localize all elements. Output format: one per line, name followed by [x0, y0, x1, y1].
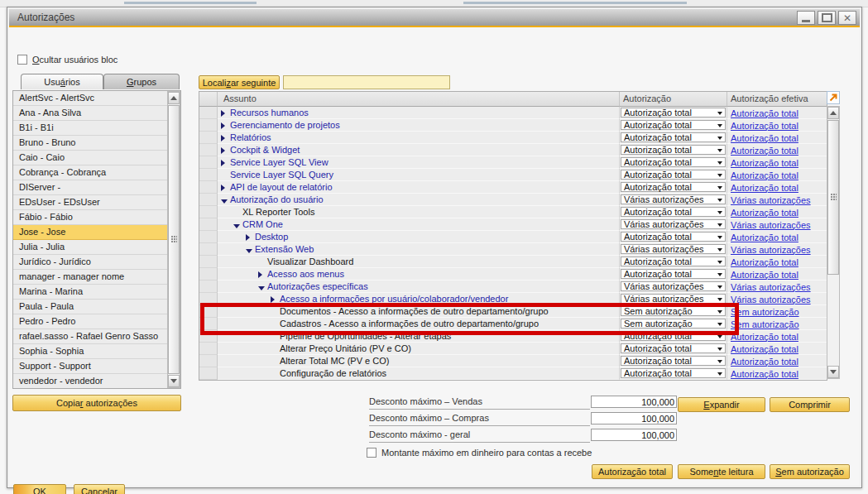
- effective-authorization-link[interactable]: Sem autorização: [731, 319, 799, 329]
- effective-authorization-link[interactable]: Autorização total: [731, 357, 798, 367]
- row-selector[interactable]: [199, 132, 218, 144]
- subject-label[interactable]: XL Reporter Tools: [242, 206, 314, 218]
- effective-authorization-link[interactable]: Autorização total: [731, 270, 798, 280]
- subject-label[interactable]: Configuração de relatórios: [280, 367, 386, 379]
- row-selector[interactable]: [199, 194, 218, 206]
- discount-input[interactable]: [591, 429, 677, 441]
- tree-toggle[interactable]: [271, 305, 280, 318]
- subject-label[interactable]: Acesso a informações por usuário/colabor…: [280, 293, 508, 305]
- effective-authorization-link[interactable]: Autorização total: [731, 369, 798, 379]
- subject-label[interactable]: Extensão Web: [255, 243, 314, 255]
- subject-label[interactable]: Recursos humanos: [230, 107, 309, 118]
- row-selector[interactable]: [199, 318, 218, 330]
- subject-cell[interactable]: Extensão Web: [218, 243, 620, 256]
- cancel-button[interactable]: Cancelar: [74, 484, 125, 494]
- subject-cell[interactable]: Visualizar Dashboard: [218, 256, 620, 268]
- minimize-button[interactable]: [797, 11, 815, 25]
- subject-label[interactable]: Gerenciamento de projetos: [230, 119, 340, 131]
- row-selector[interactable]: [199, 181, 218, 194]
- list-item-user[interactable]: manager - manager nome: [13, 270, 168, 285]
- effective-authorization-link[interactable]: Autorização total: [731, 158, 798, 168]
- subject-cell[interactable]: Service Layer SQL View: [218, 156, 620, 169]
- subject-label[interactable]: Autorizações específicas: [267, 281, 368, 292]
- authorization-dropdown[interactable]: Várias autorizações: [621, 219, 726, 229]
- hide-blocked-users-checkbox[interactable]: [17, 55, 27, 65]
- authorization-dropdown[interactable]: Autorização total: [621, 331, 726, 341]
- row-selector[interactable]: [199, 367, 218, 380]
- copy-authorizations-button[interactable]: Copiar autorizações: [12, 395, 181, 411]
- effective-authorization-link[interactable]: Autorização total: [731, 121, 798, 131]
- subject-label[interactable]: Autorização do usuário: [230, 194, 324, 205]
- user-list-scrollbar[interactable]: [167, 91, 180, 388]
- authorization-dropdown[interactable]: Autorização total: [621, 182, 726, 192]
- subject-cell[interactable]: Desktop: [218, 231, 620, 243]
- authorization-dropdown[interactable]: Várias autorizações: [621, 194, 726, 204]
- subject-label[interactable]: Pipeline de Oportunidades - Alterar etap…: [280, 330, 451, 342]
- effective-authorization-link[interactable]: Autorização total: [731, 108, 798, 118]
- subject-label[interactable]: Acesso aos menus: [267, 268, 344, 280]
- scroll-up-button[interactable]: [827, 107, 839, 119]
- subject-label[interactable]: Service Layer SQL Query: [230, 169, 333, 180]
- authorization-dropdown[interactable]: Autorização total: [621, 108, 726, 118]
- window-titlebar[interactable]: Autorizações ✕: [9, 9, 860, 26]
- maximize-grid-button[interactable]: [827, 91, 840, 104]
- tree-toggle[interactable]: [271, 318, 280, 330]
- authorization-dropdown[interactable]: Autorização total: [621, 157, 726, 167]
- effective-authorization-link[interactable]: Várias autorizações: [731, 195, 811, 205]
- tree-toggle[interactable]: [221, 132, 230, 144]
- subject-cell[interactable]: Autorização do usuário: [218, 194, 620, 206]
- effective-authorization-link[interactable]: Autorização total: [731, 344, 798, 354]
- authorization-dropdown[interactable]: Autorização total: [621, 269, 726, 279]
- authorization-dropdown[interactable]: Sem autorização: [621, 306, 726, 316]
- search-input[interactable]: [283, 75, 450, 89]
- list-item-user[interactable]: Jose - Jose: [13, 225, 168, 240]
- authorization-dropdown[interactable]: Autorização total: [621, 257, 726, 266]
- effective-authorization-link[interactable]: Autorização total: [731, 170, 798, 180]
- authorization-dropdown[interactable]: Autorização total: [621, 343, 726, 353]
- list-item-user[interactable]: Julia - Julia: [13, 240, 168, 255]
- row-selector[interactable]: [199, 107, 218, 119]
- authorization-dropdown[interactable]: Autorização total: [621, 145, 726, 155]
- discount-input[interactable]: [591, 412, 677, 424]
- tree-toggle[interactable]: [233, 206, 242, 218]
- subject-cell[interactable]: Documentos - Acesso a informações de out…: [218, 305, 620, 318]
- subject-label[interactable]: Alterar Preço Unitário (PV e CO): [280, 343, 411, 354]
- effective-authorization-link[interactable]: Várias autorizações: [731, 220, 811, 230]
- maximize-button[interactable]: [818, 11, 836, 25]
- row-selector[interactable]: [199, 169, 218, 181]
- expand-button[interactable]: Expandir: [678, 397, 765, 412]
- subject-cell[interactable]: Pipeline de Oportunidades - Alterar etap…: [218, 330, 620, 343]
- no-authorization-button[interactable]: Sem autorização: [770, 464, 850, 479]
- list-item-user[interactable]: Cobrança - Cobrança: [13, 165, 168, 180]
- row-selector[interactable]: [199, 256, 218, 268]
- tree-toggle[interactable]: [246, 231, 255, 243]
- subject-label[interactable]: Desktop: [255, 231, 288, 242]
- row-selector[interactable]: [199, 355, 218, 367]
- list-item-user[interactable]: DIServer -: [13, 180, 168, 195]
- find-next-button[interactable]: Localizar seguinte: [199, 75, 280, 89]
- subject-label[interactable]: Cockpit & Widget: [230, 144, 300, 156]
- read-only-button[interactable]: Somente leitura: [678, 464, 765, 479]
- subject-cell[interactable]: Cadastros - Acesso a informações de outr…: [218, 318, 620, 330]
- list-item-user[interactable]: Fábio - Fábio: [13, 210, 168, 225]
- row-selector[interactable]: [199, 305, 218, 318]
- authorization-dropdown[interactable]: Autorização total: [621, 132, 726, 142]
- effective-authorization-link[interactable]: Autorização total: [731, 183, 798, 193]
- authorization-dropdown[interactable]: Autorização total: [621, 120, 726, 130]
- subject-cell[interactable]: Recursos humanos: [218, 107, 620, 119]
- tree-toggle[interactable]: [258, 256, 267, 268]
- row-selector[interactable]: [199, 343, 218, 355]
- list-item-user[interactable]: Pedro - Pedro: [13, 314, 168, 329]
- discount-input[interactable]: [591, 396, 677, 408]
- row-selector[interactable]: [199, 218, 218, 231]
- list-item-user[interactable]: Marina - Marina: [13, 285, 168, 300]
- subject-label[interactable]: Documentos - Acesso a informações de out…: [280, 305, 549, 317]
- subject-cell[interactable]: XL Reporter Tools: [218, 206, 620, 218]
- tree-toggle[interactable]: [258, 281, 267, 293]
- full-authorization-button[interactable]: Autorização total: [592, 464, 673, 479]
- subject-cell[interactable]: Autorizações específicas: [218, 281, 620, 293]
- list-item-user[interactable]: Caio - Caio: [13, 151, 168, 165]
- subject-cell[interactable]: Relatórios: [218, 132, 620, 144]
- subject-cell[interactable]: Cockpit & Widget: [218, 144, 620, 156]
- tree-toggle[interactable]: [221, 107, 230, 119]
